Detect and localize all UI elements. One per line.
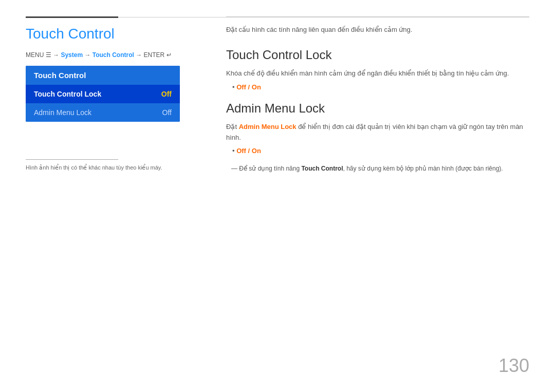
menu-header: Touch Control xyxy=(26,66,180,85)
page-number: 130 xyxy=(498,355,529,377)
breadcrumb: MENU ☰ → System → Touch Control → ENTER … xyxy=(26,51,211,59)
off-on-admin-menu-lock: Off / On xyxy=(236,147,261,155)
menu-item-admin-menu-lock-label: Admin Menu Lock xyxy=(34,108,91,117)
footnote-text: Hình ảnh hiển thị có thể khác nhau tùy t… xyxy=(26,164,162,171)
menu-item-admin-menu-lock[interactable]: Admin Menu Lock Off xyxy=(26,103,180,122)
breadcrumb-menu: MENU ☰ xyxy=(26,51,51,59)
top-bar-line xyxy=(118,17,529,17)
section-desc-admin-highlight: Admin Menu Lock xyxy=(239,123,297,130)
section-desc-touch-control-lock: Khóa chế độ điều khiển màn hình cảm ứng … xyxy=(226,68,529,79)
menu-item-admin-menu-lock-value: Off xyxy=(162,108,172,117)
section-title-touch-control-lock: Touch Control Lock xyxy=(226,48,529,62)
menu-item-touch-control-lock-value: Off xyxy=(161,90,172,98)
breadcrumb-touch-control: Touch Control xyxy=(92,51,134,59)
note-bold: Touch Control xyxy=(301,165,343,172)
menu-item-touch-control-lock[interactable]: Touch Control Lock Off xyxy=(26,85,180,103)
page-title: Touch Control xyxy=(26,26,211,42)
footnote-line xyxy=(26,159,118,160)
left-panel: Touch Control MENU ☰ → System → Touch Co… xyxy=(26,26,211,122)
section-desc-admin-menu-lock: Đặt Admin Menu Lock để hiển thị đơn cài … xyxy=(226,122,529,143)
right-panel: Đặt cấu hình các tính năng liên quan đến… xyxy=(226,26,529,172)
off-on-touch-control-lock: Off / On xyxy=(236,83,261,91)
divider-right xyxy=(226,16,529,17)
menu-box: Touch Control Touch Control Lock Off Adm… xyxy=(26,66,180,122)
note-after: , hãy sử dụng kèm bộ lớp phủ màn hình (đ… xyxy=(343,165,503,172)
bullet-admin-menu-lock: Off / On xyxy=(232,147,529,155)
breadcrumb-system: System xyxy=(61,51,83,59)
top-bar-accent xyxy=(26,16,118,18)
section-title-admin-menu-lock: Admin Menu Lock xyxy=(226,101,529,116)
note-before: Để sử dụng tính năng xyxy=(239,165,301,172)
menu-item-touch-control-lock-label: Touch Control Lock xyxy=(34,90,101,98)
bullet-touch-control-lock: Off / On xyxy=(232,83,529,91)
section-desc-admin-before-part1: Đặt xyxy=(226,123,239,130)
note-line: Để sử dụng tính năng Touch Control, hãy … xyxy=(226,165,529,172)
breadcrumb-enter: ENTER ↵ xyxy=(144,51,172,59)
intro-text: Đặt cấu hình các tính năng liên quan đến… xyxy=(226,26,529,33)
